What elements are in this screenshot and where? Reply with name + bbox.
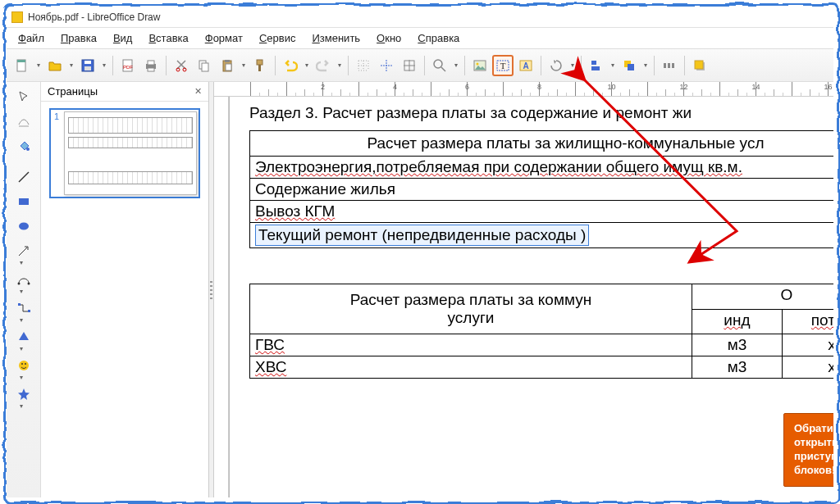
svg-rect-8 bbox=[148, 61, 154, 65]
undo-button[interactable] bbox=[280, 55, 301, 76]
redo-dropdown[interactable]: ▾ bbox=[336, 55, 344, 76]
new-dropdown[interactable]: ▾ bbox=[34, 55, 43, 76]
svg-point-46 bbox=[25, 363, 26, 365]
row-energy[interactable]: Электроэнергия,потребляемая при содержан… bbox=[250, 157, 834, 179]
row-kgm[interactable]: Вывоз КГМ bbox=[250, 201, 834, 223]
distribute-button[interactable] bbox=[659, 55, 680, 76]
row-hvs-unit[interactable]: м3 bbox=[692, 356, 782, 379]
shadow-button[interactable] bbox=[689, 55, 710, 76]
rotate-button[interactable] bbox=[546, 55, 567, 76]
line-tool[interactable] bbox=[11, 166, 36, 188]
arrange-dropdown[interactable]: ▾ bbox=[641, 55, 650, 76]
svg-rect-32 bbox=[668, 63, 670, 68]
paste-button[interactable] bbox=[217, 55, 238, 76]
clone-format-button[interactable] bbox=[249, 55, 271, 76]
document-icon bbox=[11, 11, 23, 23]
menu-format[interactable]: Формат bbox=[199, 30, 249, 46]
menu-file[interactable]: Файл bbox=[11, 30, 51, 46]
page-thumbnail[interactable]: 1 bbox=[49, 108, 200, 198]
export-pdf-button[interactable]: PDF bbox=[117, 55, 139, 76]
menu-modify[interactable]: Изменить bbox=[305, 30, 367, 46]
svg-text:A: A bbox=[523, 61, 528, 70]
row-gvs-unit[interactable]: м3 bbox=[692, 334, 782, 356]
save-button[interactable] bbox=[77, 55, 98, 76]
fontwork-button[interactable]: A bbox=[515, 55, 536, 76]
pages-panel: Страницы ✕ 1 bbox=[41, 82, 209, 497]
menu-insert[interactable]: Вставка bbox=[142, 30, 194, 46]
svg-point-40 bbox=[17, 283, 20, 285]
svg-rect-13 bbox=[202, 63, 208, 71]
snap-button[interactable] bbox=[399, 55, 420, 76]
svg-rect-4 bbox=[84, 61, 91, 64]
svg-point-41 bbox=[27, 283, 30, 285]
undo-dropdown[interactable]: ▾ bbox=[303, 55, 311, 76]
rectangle-tool[interactable] bbox=[11, 190, 36, 213]
menu-tools[interactable]: Сервис bbox=[253, 30, 303, 46]
doc-table-1: Расчет размера платы за жилищно-коммунал… bbox=[249, 130, 833, 379]
svg-text:PDF: PDF bbox=[123, 65, 133, 70]
col-o[interactable]: О bbox=[692, 284, 833, 310]
pointer-tool[interactable] bbox=[11, 85, 36, 108]
page-viewport[interactable]: Раздел 3. Расчет размера платы за содерж… bbox=[229, 97, 833, 497]
annotation-text: Обратите внимание, что сразу после откры… bbox=[783, 413, 833, 487]
col-ind[interactable]: инд bbox=[692, 309, 782, 334]
doc-heading[interactable]: Раздел 3. Расчет размера платы за содерж… bbox=[249, 104, 833, 122]
svg-rect-17 bbox=[257, 60, 262, 65]
table-subhead-2[interactable]: Расчет размера платы за коммунуслуги bbox=[250, 284, 692, 334]
print-button[interactable] bbox=[140, 55, 162, 76]
helplines-button[interactable] bbox=[376, 55, 397, 76]
zoom-dropdown[interactable]: ▾ bbox=[452, 55, 460, 76]
rotate-dropdown[interactable]: ▾ bbox=[568, 55, 577, 76]
canvas-area: 246810121416 Раздел 3. Расчет размера пл… bbox=[214, 82, 833, 497]
svg-rect-3 bbox=[84, 66, 91, 70]
svg-point-37 bbox=[26, 148, 30, 151]
row-hvs[interactable]: ХВС bbox=[250, 356, 692, 379]
copy-button[interactable] bbox=[194, 55, 215, 76]
svg-point-20 bbox=[434, 60, 442, 68]
row-housing[interactable]: Содержание жилья bbox=[250, 179, 834, 201]
insert-image-button[interactable] bbox=[469, 55, 491, 76]
svg-rect-30 bbox=[628, 64, 634, 70]
pages-panel-close[interactable]: ✕ bbox=[194, 86, 202, 97]
fill-color-tool[interactable] bbox=[11, 134, 36, 157]
insert-textbox-button[interactable]: T bbox=[492, 55, 514, 76]
svg-rect-28 bbox=[591, 66, 600, 70]
svg-rect-16 bbox=[226, 64, 231, 70]
menu-edit[interactable]: Правка bbox=[54, 30, 103, 46]
svg-rect-36 bbox=[19, 125, 29, 127]
menu-window[interactable]: Окно bbox=[370, 30, 408, 46]
menubar: Файл Правка Вид Вставка Формат Сервис Из… bbox=[7, 28, 833, 49]
open-dropdown[interactable]: ▾ bbox=[67, 55, 75, 76]
redo-button[interactable] bbox=[313, 55, 334, 76]
grid-button[interactable] bbox=[353, 55, 374, 76]
arrange-button[interactable] bbox=[619, 55, 640, 76]
svg-rect-15 bbox=[225, 60, 230, 62]
svg-rect-33 bbox=[672, 63, 674, 68]
save-dropdown[interactable]: ▾ bbox=[100, 55, 108, 76]
row-gvs[interactable]: ГВС bbox=[250, 334, 692, 356]
svg-rect-31 bbox=[664, 63, 666, 68]
align-dropdown[interactable]: ▾ bbox=[609, 55, 617, 76]
svg-rect-43 bbox=[28, 310, 30, 312]
annotation-callout: Обратите внимание, что сразу после откры… bbox=[783, 413, 833, 487]
menu-help[interactable]: Справка bbox=[411, 30, 466, 46]
page-thumbnail-preview bbox=[64, 111, 197, 195]
zoom-button[interactable] bbox=[429, 55, 450, 76]
col-potr[interactable]: потре bbox=[782, 309, 833, 334]
table-subhead-1[interactable]: Расчет размера платы за жилищно-коммунал… bbox=[250, 131, 834, 157]
row-gvs-val[interactable]: x bbox=[782, 334, 833, 356]
window-title: Ноябрь.pdf - LibreOffice Draw bbox=[28, 11, 160, 23]
line-color-tool[interactable] bbox=[11, 110, 36, 133]
new-button[interactable] bbox=[11, 55, 33, 76]
menu-view[interactable]: Вид bbox=[107, 30, 139, 46]
align-button[interactable] bbox=[586, 55, 607, 76]
row-hvs-val[interactable]: x bbox=[782, 356, 833, 379]
ellipse-tool[interactable] bbox=[11, 215, 36, 238]
svg-point-44 bbox=[19, 361, 29, 370]
svg-rect-42 bbox=[18, 303, 21, 306]
open-button[interactable] bbox=[44, 55, 66, 76]
row-repair-editing[interactable]: Текущий ремонт (непредвиденные расходы ) bbox=[250, 223, 834, 248]
paste-dropdown[interactable]: ▾ bbox=[240, 55, 248, 76]
svg-rect-1 bbox=[17, 60, 25, 62]
cut-button[interactable] bbox=[171, 55, 192, 76]
